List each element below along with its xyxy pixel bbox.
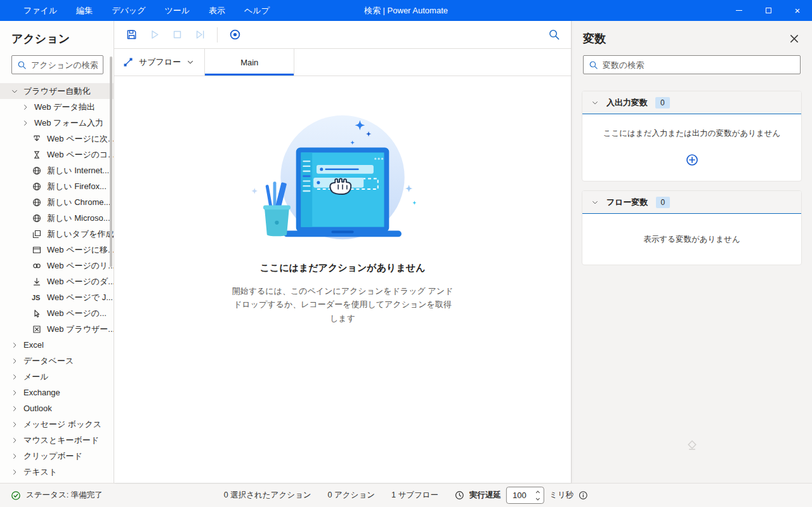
flow-canvas: サブフロー Main (114, 21, 571, 483)
variables-panel-title: 変数 (583, 31, 606, 46)
maximize-button[interactable] (754, 0, 783, 21)
tree-item-group[interactable]: クリップボード (0, 448, 114, 464)
tree-item-action[interactable]: Web ページに次... (0, 131, 114, 147)
chevron-right-icon (11, 341, 18, 349)
anchor-icon (32, 134, 42, 144)
recorder-button[interactable] (226, 27, 243, 43)
run-button[interactable] (146, 27, 162, 43)
tree-item-group[interactable]: ブラウザー自動化 (0, 83, 114, 99)
menu-item-4[interactable]: 表示 (199, 0, 235, 21)
variables-empty-message: ここにはまだ入力または出力の変数がありません (603, 128, 781, 139)
tree-item-label: Web ブラウザー... (47, 324, 114, 335)
add-variable-button[interactable] (685, 153, 699, 167)
tree-item-label: Excel (23, 340, 44, 350)
run-delay-unit: ミリ秒 (549, 490, 573, 501)
stop-button[interactable] (169, 27, 185, 43)
actions-search-box[interactable] (11, 55, 103, 74)
empty-state-heading: ここにはまだアクションがありません (260, 262, 426, 274)
tree-item-group[interactable]: メール (0, 369, 114, 385)
tree-item-label: Web ページに移... (47, 244, 114, 256)
globe-icon (32, 213, 42, 223)
step-over-button[interactable] (192, 27, 208, 43)
tree-item-group[interactable]: Outlook (0, 400, 114, 416)
tree-item-group[interactable]: データベース (0, 353, 114, 369)
tree-item-label: Web ページのダ... (47, 276, 114, 287)
subflow-icon (123, 57, 133, 67)
tree-item-action[interactable]: Web ページに移... (0, 242, 114, 258)
cursor-icon (32, 308, 42, 319)
tree-item-action[interactable]: Web ページのダ... (0, 273, 114, 289)
menu-item-3[interactable]: ツール (155, 0, 199, 21)
tree-item-group[interactable]: メッセージ ボックス (0, 416, 114, 432)
menu-item-0[interactable]: ファイル (14, 0, 67, 21)
tree-item-label: 新しい Chrome... (47, 197, 110, 208)
search-icon (548, 29, 560, 41)
tree-item-action[interactable]: Web ページの... (0, 305, 114, 321)
minimize-button[interactable] (724, 0, 754, 21)
variables-sections: 入出力変数0ここにはまだ入力または出力の変数がありませんフロー変数0表示する変数… (572, 82, 812, 265)
tree-item-group[interactable]: マウスとキーボード (0, 432, 114, 448)
tree-item-action[interactable]: Web ページのコ... (0, 147, 114, 162)
empty-state-illustration (247, 109, 438, 246)
info-icon[interactable] (579, 491, 588, 500)
save-button[interactable] (123, 27, 140, 43)
spin-up-button[interactable] (534, 489, 542, 496)
tree-item-action[interactable]: 新しい Internet... (0, 162, 114, 178)
run-delay-stepper[interactable] (506, 487, 544, 504)
maximize-icon (766, 8, 771, 13)
search-icon (17, 60, 27, 70)
menubar: ファイル編集デバッグツール表示ヘルプ (14, 0, 279, 21)
actions-search-input[interactable] (31, 60, 98, 70)
variables-search-box[interactable] (583, 55, 801, 74)
tree-item-label: Exchange (23, 388, 60, 397)
stop-icon (171, 29, 183, 41)
chevron-right-icon (11, 357, 18, 365)
menu-item-5[interactable]: ヘルプ (235, 0, 279, 21)
variables-section: 入出力変数0ここにはまだ入力または出力の変数がありません (582, 91, 802, 181)
tree-item-action[interactable]: 新しいタブを作成 (0, 226, 114, 242)
tree-item-group[interactable]: Excel (0, 337, 114, 353)
tree-scrollbar[interactable] (110, 56, 112, 267)
tree-item-subgroup[interactable]: Web フォーム入力 (0, 115, 114, 131)
menu-item-1[interactable]: 編集 (67, 0, 102, 21)
tree-item-action[interactable]: JSWeb ページで J... (0, 289, 114, 305)
variables-close-button[interactable] (788, 32, 801, 45)
clock-icon (455, 491, 464, 500)
run-delay-input[interactable] (507, 491, 531, 500)
search-icon (589, 60, 598, 70)
variables-search-input[interactable] (603, 60, 795, 70)
canvas-search-button[interactable] (546, 27, 562, 43)
tree-item-action[interactable]: Web ページのリ... (0, 258, 114, 273)
js-icon: JS (32, 293, 42, 303)
link-icon (32, 261, 42, 271)
tab-main[interactable]: Main (204, 49, 294, 76)
tree-item-group[interactable]: Exchange (0, 385, 114, 400)
tree-item-label: マウスとキーボード (23, 435, 99, 446)
menu-item-2[interactable]: デバッグ (102, 0, 155, 21)
tree-item-action[interactable]: 新しい Firefox... (0, 178, 114, 194)
subflow-selector[interactable]: サブフロー (114, 49, 204, 76)
tree-item-label: Web データ抽出 (34, 102, 95, 113)
globe-icon (32, 197, 42, 207)
tree-item-group[interactable]: テキスト (0, 464, 114, 480)
tree-item-label: Outlook (23, 404, 52, 413)
tree-item-action[interactable]: Web ブラウザー... (0, 321, 114, 337)
run-delay-label: 実行遅延 (469, 490, 501, 501)
variables-count-badge: 0 (655, 97, 670, 109)
chevron-right-icon (11, 373, 18, 381)
titlebar: ファイル編集デバッグツール表示ヘルプ 検索 | Power Automate × (0, 0, 812, 21)
tree-item-action[interactable]: 新しい Chrome... (0, 194, 114, 210)
chevron-down-icon (591, 199, 599, 206)
tree-item-label: Web フォーム入力 (34, 117, 103, 129)
eraser-icon[interactable] (685, 438, 699, 452)
spin-down-button[interactable] (534, 496, 542, 503)
variables-section-header[interactable]: フロー変数0 (582, 191, 801, 214)
close-button[interactable]: × (783, 0, 812, 21)
tree-item-subgroup[interactable]: Web データ抽出 (0, 99, 114, 115)
tree-item-action[interactable]: 新しい Microso... (0, 210, 114, 226)
variables-section: フロー変数0表示する変数がありません (582, 190, 802, 265)
tree-item-label: クリップボード (23, 451, 82, 462)
variables-section-body: ここにはまだ入力または出力の変数がありません (582, 114, 801, 181)
tree-item-label: メール (23, 371, 49, 383)
variables-section-header[interactable]: 入出力変数0 (582, 91, 801, 114)
